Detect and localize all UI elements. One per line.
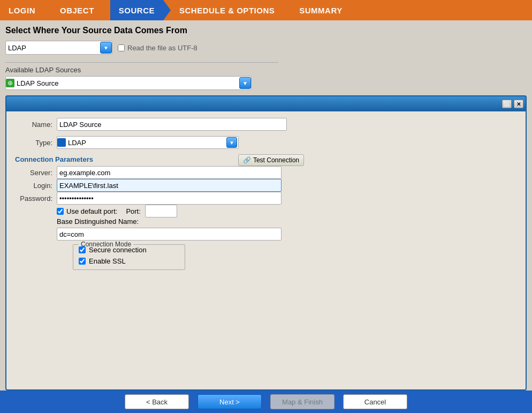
port-input[interactable] [145,205,177,217]
ldap-source-dropdown-btn[interactable]: ▼ [239,77,251,89]
nav-label-schedule: SCHEDULE & OPTIONS [179,6,275,15]
base-dn-input[interactable] [57,228,282,241]
back-button-label: < Back [146,398,168,406]
nav-label-source: SOURCE [119,6,155,15]
nav-item-schedule[interactable]: SCHEDULE & OPTIONS [171,0,283,20]
enable-ssl-checkbox[interactable] [79,258,86,265]
ldap-type-icon [57,138,66,147]
name-input[interactable] [57,118,287,131]
page-title: Select Where Your Source Data Comes From [5,26,527,35]
nav-item-object[interactable]: OBJECT [51,0,103,20]
nav-label-summary: SUMMARY [299,6,342,15]
ldap-sources-select-wrap: LDAP Source ▼ [5,76,252,90]
server-input[interactable] [57,166,282,179]
nav-arrow-1 [103,0,110,20]
nav-label-login: LOGIN [9,6,35,15]
port-row: Use default port: Port: [15,205,517,217]
source-type-dropdown-btn[interactable]: ▼ [100,42,112,54]
nav-arrow-0 [44,0,51,20]
dialog-restore-btn[interactable]: ⬜ [502,100,512,108]
conn-params-header: Connection Parameters 🔗 Test Connection [15,154,304,166]
password-row: Password: [15,192,517,205]
ldap-source-icon [6,79,14,87]
nav-label-object: OBJECT [60,6,94,15]
available-sources-label: Available LDAP Sources [5,66,527,74]
separator [5,62,278,63]
type-select-wrap: LDAP ▼ [57,136,239,149]
nav-item-summary[interactable]: SUMMARY [291,0,351,20]
cancel-button-label: Cancel [364,398,386,406]
server-label: Server: [15,169,52,177]
base-dn-label: Base Distinguished Name: [57,217,517,226]
map-finish-button[interactable]: Map & Finish [270,394,335,409]
use-default-port-checkbox[interactable] [57,208,64,215]
type-value: LDAP [68,139,226,147]
source-type-value: LDAP [6,44,100,52]
main-content: Select Where Your Source Data Comes From… [0,20,532,391]
source-type-row: LDAP ▼ Read the file as UTF-8 [5,41,527,55]
enable-ssl-label[interactable]: Enable SSL [79,257,179,265]
nav-bar: LOGIN OBJECT SOURCE SCHEDULE & OPTIONS S… [0,0,532,20]
nav-arrow-3 [283,0,291,20]
conn-params-section: Connection Parameters 🔗 Test Connection … [15,154,517,270]
conn-params-title: Connection Parameters [15,155,93,163]
nav-item-login[interactable]: LOGIN [0,0,44,20]
secure-conn-label[interactable]: Secure connection [79,246,179,254]
login-input[interactable] [57,179,282,192]
type-row: Type: LDAP ▼ [15,136,517,149]
dialog-close-btn[interactable]: ✕ [514,100,523,108]
test-icon: 🔗 [243,156,251,164]
port-label: Port: [126,207,140,215]
base-dn-section: Base Distinguished Name: [15,217,517,241]
nav-arrow-2 [163,0,171,20]
utf8-label-text: Read the file as UTF-8 [127,44,197,52]
utf8-checkbox[interactable] [118,44,125,51]
cancel-button[interactable]: Cancel [343,394,407,409]
secure-conn-text: Secure connection [89,246,147,254]
login-row: Login: [15,179,517,192]
dialog-titlebar: ⬜ ✕ [6,96,526,111]
next-button[interactable]: Next > [197,394,262,409]
name-row: Name: [15,118,517,131]
map-finish-button-label: Map & Finish [282,398,323,406]
conn-mode-options: Secure connection Enable SSL [79,246,179,265]
nav-item-source[interactable]: SOURCE [110,0,163,20]
use-default-port-text: Use default port: [66,207,117,215]
login-label: Login: [15,182,52,190]
use-default-port-label[interactable]: Use default port: [57,207,117,215]
server-row: Server: [15,166,517,179]
password-label: Password: [15,194,52,202]
secure-conn-checkbox[interactable] [79,246,86,253]
type-label: Type: [15,139,52,147]
type-dropdown-btn[interactable]: ▼ [226,137,237,148]
back-button[interactable]: < Back [125,394,189,409]
conn-mode-group: Connection Mode Secure connection Enable… [73,241,185,270]
next-button-label: Next > [219,398,240,406]
dialog-body: Name: Type: LDAP ▼ Connection Parameters… [6,111,526,389]
name-label: Name: [15,121,52,129]
utf8-checkbox-label[interactable]: Read the file as UTF-8 [118,44,197,52]
test-btn-label: Test Connection [253,156,299,164]
dialog: ⬜ ✕ Name: Type: LDAP ▼ Connection [5,95,527,391]
source-type-select-wrap: LDAP ▼ [5,41,112,55]
enable-ssl-text: Enable SSL [89,257,126,265]
test-connection-btn[interactable]: 🔗 Test Connection [238,154,304,166]
ldap-source-value: LDAP Source [17,79,239,87]
password-input[interactable] [57,192,282,205]
bottom-bar: < Back Next > Map & Finish Cancel [0,391,532,413]
